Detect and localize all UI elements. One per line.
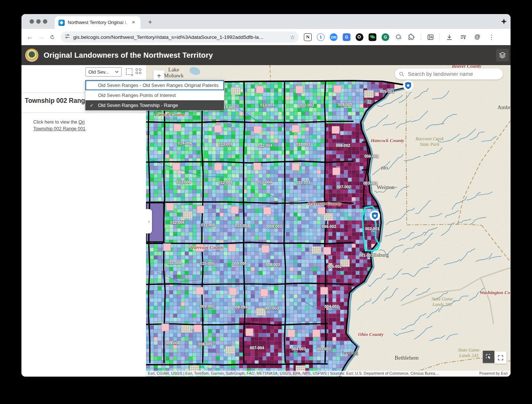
forward-button: →	[35, 31, 47, 43]
layer-dropdown-menu: Old Seven Ranges - Old Seven Ranges Orig…	[85, 80, 224, 111]
tab-title: Northwest Territory Original L	[68, 20, 130, 25]
profile-at-icon[interactable]: @	[472, 32, 482, 42]
zoom-extension-icon[interactable]: zm	[330, 33, 338, 41]
media-playlist-icon[interactable]	[458, 32, 468, 42]
search-input[interactable]	[407, 71, 499, 77]
reload-button[interactable]	[47, 31, 58, 43]
leaf-extension-icon[interactable]	[369, 33, 376, 41]
tab-favicon-icon	[58, 20, 65, 26]
fullscreen-button[interactable]	[495, 351, 506, 364]
bookmark-star-icon[interactable]: ☆	[290, 34, 295, 41]
layer-menu-item-label: Old Seven Ranges - Old Seven Ranges Orig…	[98, 83, 218, 88]
kebab-menu-icon[interactable]: ⋮	[487, 32, 496, 42]
poi-shield-marker[interactable]	[403, 80, 414, 91]
chevron-down-icon	[115, 71, 119, 73]
browser-toolbar: ← → gis.belcogis.com/Northwest_Territory…	[21, 29, 511, 45]
browser-window: Northwest Territory Original L × + ← → g…	[21, 14, 511, 377]
side-search-icon[interactable]	[426, 32, 435, 42]
panel-collapse-handle[interactable]: ‹	[146, 209, 152, 233]
tab-sparkle-icon[interactable]	[501, 18, 507, 25]
window-zoom-icon[interactable]	[43, 19, 47, 24]
panel-toolbar: Old Sev...	[21, 65, 146, 78]
panel-body-text: Click here to view the Ori Township 002 …	[33, 119, 140, 132]
layer-menu-item-label: Old Seven Ranges Points of Interest	[98, 92, 176, 98]
check-icon: ✓	[90, 103, 94, 108]
attribution-sources: Esri, CGIAR, USGS | Esri, TomTom, Garmin…	[146, 371, 477, 376]
body-text: Click here to view the	[33, 119, 78, 125]
map-view[interactable]: 014-005013-004012-003009-002005-001004-0…	[146, 65, 511, 377]
landowner-search[interactable]	[395, 68, 503, 80]
window-minimize-icon[interactable]	[36, 19, 41, 24]
layer-menu-item[interactable]: Old Seven Ranges Points of Interest	[85, 90, 224, 100]
notion-extension-icon[interactable]: N	[304, 33, 312, 41]
site-settings-icon[interactable]	[64, 33, 70, 41]
layer-select[interactable]: Old Sev...	[85, 67, 122, 77]
alt-text-extension-icon[interactable]	[394, 33, 402, 41]
tab-strip: Northwest Territory Original L × +	[21, 14, 511, 29]
record-extension-icon[interactable]	[356, 33, 363, 41]
panel-title: Township 002 Range	[25, 97, 89, 105]
county-seal-logo	[25, 48, 39, 62]
downloads-icon[interactable]	[444, 32, 454, 42]
back-button[interactable]: ←	[24, 31, 35, 43]
extensions-row: N1zmGG	[304, 33, 402, 41]
map-attribution: Esri, CGIAR, USGS | Esri, TomTom, Garmin…	[146, 371, 511, 376]
selected-poi-shield-marker[interactable]	[369, 210, 380, 221]
app-title: Original Landowners of the Northwest Ter…	[44, 51, 213, 60]
toolbar-divider	[421, 33, 421, 41]
tab-close-icon[interactable]: ×	[130, 19, 137, 26]
app-header: Original Landowners of the Northwest Ter…	[21, 45, 511, 65]
new-tab-button[interactable]: +	[145, 17, 155, 27]
search-icon	[399, 71, 404, 77]
layer-menu-item-label: Old Seven Ranges Township - Range	[98, 102, 178, 108]
address-bar[interactable]: gis.belcogis.com/Northwest_Territory/#da…	[61, 31, 299, 43]
apps-grid-icon[interactable]	[136, 68, 142, 75]
extensions-puzzle-icon[interactable]	[407, 32, 416, 42]
grammarly-extension-icon[interactable]: G	[382, 33, 389, 41]
layer-menu-item[interactable]: ✓Old Seven Ranges Township - Range	[85, 100, 224, 110]
panel-divider	[21, 112, 146, 113]
township-link[interactable]: Township 002 Range 001	[33, 126, 85, 131]
body-text: .	[85, 126, 87, 131]
powered-by-esri[interactable]: Powered by Esri	[477, 371, 511, 376]
url-text[interactable]: gis.belcogis.com/Northwest_Territory/#da…	[73, 34, 288, 40]
select-tool-button[interactable]	[483, 351, 494, 363]
clear-selection-icon[interactable]	[126, 68, 132, 75]
side-panel: Old Sev... Township 002 Range Click here…	[21, 65, 146, 377]
translate-extension-icon[interactable]: G	[343, 33, 350, 41]
map-canvas[interactable]	[146, 65, 511, 377]
window-close-icon[interactable]	[30, 19, 34, 24]
toolbar-divider	[440, 33, 440, 41]
layer-menu-item[interactable]: Old Seven Ranges - Old Seven Ranges Orig…	[85, 80, 224, 90]
browser-tab[interactable]: Northwest Territory Original L ×	[55, 16, 140, 29]
layers-button[interactable]	[496, 49, 509, 61]
original-patent-link[interactable]: Ori	[78, 119, 85, 125]
layer-select-label: Old Sev...	[88, 69, 115, 75]
password-extension-icon[interactable]: 1	[317, 33, 325, 41]
